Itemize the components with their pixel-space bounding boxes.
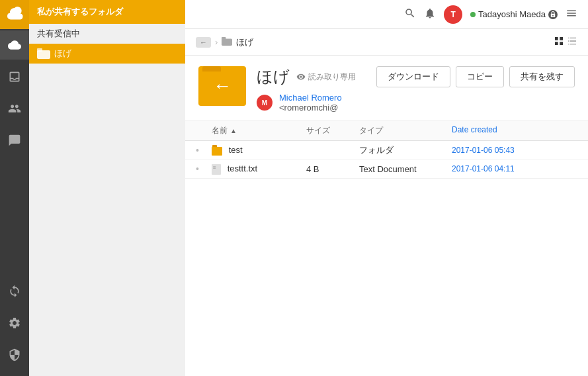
nav-panel-header: 私が共有するフォルダ: [29, 0, 185, 24]
topbar-right: T Tadayoshi Maeda: [404, 5, 577, 24]
folder-thumbnail: ←: [198, 66, 246, 106]
breadcrumb-bar: ← › ほげ: [185, 29, 588, 56]
col-size-header: サイズ: [306, 125, 359, 136]
file-type-col: フォルダ: [359, 144, 452, 156]
folder-title: ほげ: [257, 66, 290, 87]
breadcrumb-folder-icon: [222, 37, 232, 48]
breadcrumb-separator: ›: [215, 37, 218, 47]
owner-name[interactable]: Michael Romero <romeromchi@: [279, 93, 366, 113]
folder-actions: ダウンロード コピー 共有を残す: [376, 66, 575, 87]
folder-info: ほげ 読み取り専用 M Michael Romero <romeromchi@: [257, 66, 366, 113]
view-toggle: [554, 36, 577, 48]
read-only-badge: 読み取り専用: [296, 71, 356, 83]
table-row[interactable]: • test フォルダ 2017-01-06 05:43: [185, 141, 588, 160]
svg-rect-1: [37, 48, 42, 52]
folder-meta: M Michael Romero <romeromchi@: [257, 93, 366, 113]
lock-icon: [548, 10, 558, 19]
file-name-col: test: [212, 145, 306, 155]
file-date-col: 2017-01-06 04:11: [452, 164, 558, 173]
copy-button[interactable]: コピー: [456, 66, 504, 87]
sidebar-item-hoge[interactable]: ほげ: [29, 44, 185, 64]
sidebar-item-shared-inbox[interactable]: 共有受信中: [29, 24, 185, 44]
folder-name-row: ほげ 読み取り専用: [257, 66, 366, 87]
sidebar-item-cloud[interactable]: [0, 30, 29, 60]
folder-arrow-icon: ←: [213, 75, 231, 97]
file-date-col: 2017-01-06 05:43: [452, 146, 558, 155]
file-size-col: 4 B: [306, 164, 359, 174]
folder-header: ← ほげ 読み取り専用 M Michael Romero <romeromchi…: [185, 56, 588, 121]
star-col[interactable]: •: [196, 164, 212, 174]
breadcrumb: ← › ほげ: [196, 36, 253, 48]
file-icon: [212, 164, 221, 175]
notifications-icon[interactable]: [424, 7, 436, 21]
online-status-dot: [470, 12, 476, 17]
list-view-button[interactable]: [567, 36, 577, 48]
avatar: T: [444, 5, 462, 24]
sidebar-item-privacy[interactable]: [0, 340, 29, 369]
file-type-col: Text Document: [359, 164, 452, 174]
col-star: [196, 125, 212, 136]
menu-icon[interactable]: [566, 7, 577, 21]
file-list-header: 名前 ▲ サイズ タイプ Date created: [185, 121, 588, 141]
user-name-label: Tadayoshi Maeda: [470, 9, 558, 19]
sidebar-item-inbox[interactable]: [0, 62, 29, 91]
share-button[interactable]: 共有を残す: [509, 66, 575, 87]
col-type-header: タイプ: [359, 125, 452, 136]
table-row[interactable]: • testtt.txt 4 B Text Document 2017-01-0…: [185, 160, 588, 179]
col-actions-header: [558, 125, 577, 136]
app-logo[interactable]: [0, 0, 29, 29]
file-list-area: 名前 ▲ サイズ タイプ Date created • test フォルダ 20…: [185, 121, 588, 376]
breadcrumb-back-icon[interactable]: ←: [196, 37, 211, 48]
col-name-header[interactable]: 名前 ▲: [212, 125, 306, 136]
sort-icon: ▲: [230, 127, 237, 134]
main-content: T Tadayoshi Maeda ← › ほげ: [185, 0, 588, 376]
owner-avatar: M: [257, 95, 273, 111]
download-button[interactable]: ダウンロード: [376, 66, 450, 87]
nav-panel: 私が共有するフォルダ 共有受信中 ほげ: [29, 0, 185, 376]
sidebar-item-chat[interactable]: [0, 126, 29, 155]
sidebar-item-users[interactable]: [0, 94, 29, 123]
folder-icon: [212, 147, 222, 156]
breadcrumb-current: ほげ: [236, 36, 253, 48]
col-date-header[interactable]: Date created: [452, 125, 558, 136]
svg-rect-3: [222, 37, 226, 40]
topbar: T Tadayoshi Maeda: [185, 0, 588, 29]
sidebar-item-sync[interactable]: [0, 277, 29, 306]
search-icon[interactable]: [404, 7, 416, 21]
sidebar: [0, 0, 29, 376]
sidebar-item-settings[interactable]: [0, 308, 29, 338]
file-name-col: testtt.txt: [212, 164, 306, 175]
grid-view-button[interactable]: [554, 36, 564, 48]
star-col[interactable]: •: [196, 145, 212, 156]
